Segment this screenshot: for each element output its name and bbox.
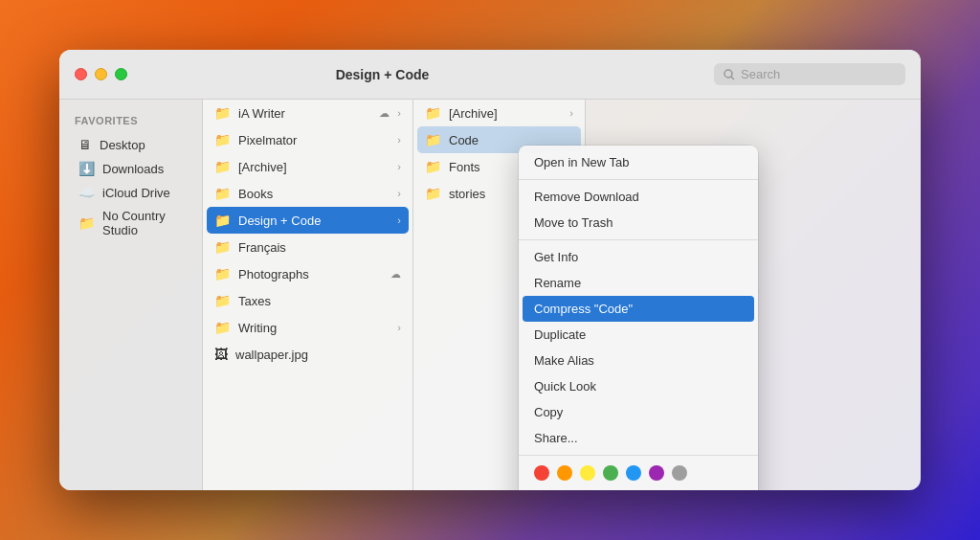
menu-item-label: Get Info <box>534 250 578 264</box>
menu-item-label: Copy <box>534 405 563 419</box>
menu-divider <box>519 455 758 456</box>
context-menu-tags[interactable]: Tags... <box>519 486 758 490</box>
context-menu-share[interactable]: Share... <box>519 425 758 451</box>
menu-divider <box>519 239 758 240</box>
context-menu-overlay: Open in New Tab Remove Download Move to … <box>203 100 921 490</box>
context-menu-rename[interactable]: Rename <box>519 270 758 296</box>
file-panels: 📁 iA Writer ☁ › 📁 Pixelmator › 📁 [Archiv… <box>203 100 921 490</box>
menu-item-label: Rename <box>534 276 581 290</box>
context-menu-duplicate[interactable]: Duplicate <box>519 322 758 348</box>
menu-item-label: Duplicate <box>534 327 586 342</box>
finder-window: Design + Code Search Favorites 🖥 Desktop… <box>59 50 921 490</box>
color-tag-green[interactable] <box>603 465 618 481</box>
context-menu-get-info[interactable]: Get Info <box>519 244 758 270</box>
color-tags-row <box>519 460 758 486</box>
menu-item-label: Move to Trash <box>534 215 612 230</box>
context-menu-copy[interactable]: Copy <box>519 399 758 425</box>
color-tag-gray[interactable] <box>672 465 687 481</box>
color-tag-purple[interactable] <box>649 465 664 481</box>
menu-item-label: Compress "Code" <box>534 302 633 316</box>
context-menu-make-alias[interactable]: Make Alias <box>519 348 758 373</box>
context-menu-move-to-trash[interactable]: Move to Trash <box>519 210 758 236</box>
context-menu-open-new-tab[interactable]: Open in New Tab <box>519 149 758 175</box>
menu-item-label: Make Alias <box>534 353 594 368</box>
menu-item-label: Remove Download <box>534 190 639 204</box>
context-menu-compress[interactable]: Compress "Code" <box>523 296 754 322</box>
content-area: Favorites 🖥 Desktop ⬇️ Downloads ☁️ iClo… <box>59 100 921 490</box>
color-tag-red[interactable] <box>534 465 549 481</box>
context-menu-remove-download[interactable]: Remove Download <box>519 184 758 210</box>
color-tag-yellow[interactable] <box>580 465 595 481</box>
menu-item-label: Quick Look <box>534 379 596 394</box>
color-tag-blue[interactable] <box>626 465 641 481</box>
menu-item-label: Open in New Tab <box>534 155 630 169</box>
context-menu: Open in New Tab Remove Download Move to … <box>519 146 758 490</box>
color-tag-orange[interactable] <box>557 465 572 481</box>
menu-item-label: Share... <box>534 431 578 445</box>
menu-divider <box>519 179 758 180</box>
context-menu-quick-look[interactable]: Quick Look <box>519 373 758 399</box>
